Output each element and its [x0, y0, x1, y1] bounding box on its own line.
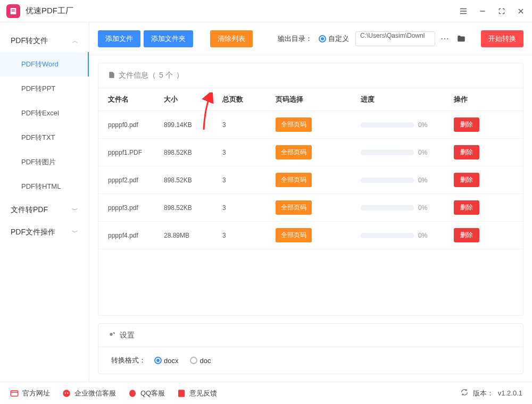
page-select-button[interactable]: 全部页码	[276, 173, 312, 187]
col-pages: 总页数	[222, 95, 276, 104]
qq-icon	[128, 389, 137, 398]
sidebar-item-pdf-to-excel[interactable]: PDF转Excel	[0, 101, 89, 125]
footer-label: 企业微信客服	[74, 389, 116, 398]
progress-bar	[361, 205, 414, 211]
delete-button[interactable]: 删除	[454, 145, 479, 159]
sidebar-item-label: PDF转HTML	[21, 182, 61, 190]
table-caption: 文件信息（5 个）	[98, 63, 523, 88]
caption-count: 5 个	[159, 71, 173, 80]
version-label: 版本：	[473, 389, 494, 398]
clear-list-button[interactable]: 清除列表	[210, 30, 253, 47]
footer-label: QQ客服	[140, 389, 165, 398]
add-folder-button[interactable]: 添加文件夹	[144, 30, 193, 47]
maximize-icon[interactable]	[497, 6, 506, 16]
page-select-button[interactable]: 全部页码	[276, 228, 312, 242]
table-row: ppppf4.pdf28.89MB3全部页码0%删除	[98, 222, 523, 249]
caption-text: ）	[176, 71, 184, 80]
menu-icon[interactable]	[459, 6, 468, 16]
delete-button[interactable]: 删除	[454, 200, 479, 215]
minimize-icon[interactable]	[478, 6, 487, 16]
file-icon	[108, 71, 115, 80]
progress-text: 0%	[418, 204, 427, 212]
delete-button[interactable]: 删除	[454, 117, 479, 132]
delete-button[interactable]: 删除	[454, 228, 479, 242]
app-logo	[6, 4, 20, 18]
progress-bar	[361, 178, 414, 183]
col-size: 大小	[164, 95, 222, 104]
col-action: 操作	[454, 95, 491, 104]
cell-pages: 3	[222, 121, 276, 129]
table-row: ppppf2.pdf898.52KB3全部页码0%删除	[98, 166, 523, 194]
radio-doc[interactable]: doc	[190, 357, 211, 365]
sidebar-item-pdf-to-ppt[interactable]: PDF转PPT	[0, 77, 89, 101]
version-value: v1.2.0.1	[498, 389, 522, 397]
add-file-button[interactable]: 添加文件	[98, 30, 140, 47]
sidebar-group-file-to-pdf[interactable]: 文件转PDF ﹀	[0, 199, 89, 221]
more-icon[interactable]: ⋯	[438, 33, 451, 44]
settings-panel: 设置 转换格式： docx doc	[98, 323, 523, 374]
progress-text: 0%	[418, 232, 427, 239]
sidebar-item-pdf-to-image[interactable]: PDF转图片	[0, 150, 89, 174]
sidebar-item-label: PDF转Excel	[21, 109, 59, 117]
sidebar-item-pdf-to-word[interactable]: PDF转Word	[0, 52, 89, 77]
chevron-down-icon: ﹀	[72, 228, 78, 237]
svg-rect-2	[12, 11, 15, 11]
caption-text: 文件信息（	[119, 71, 156, 80]
cell-filename: ppppf4.pdf	[108, 232, 164, 239]
progress-bar	[361, 122, 414, 128]
cell-pages: 3	[222, 232, 276, 239]
website-icon	[10, 389, 19, 398]
page-select-button[interactable]: 全部页码	[276, 117, 312, 132]
cell-pages: 3	[222, 176, 276, 184]
table-row: ppppf0.pdf899.14KB3全部页码0%删除	[98, 111, 523, 139]
footer-official-site[interactable]: 官方网址	[10, 389, 50, 398]
refresh-icon[interactable]	[460, 388, 469, 398]
radio-label: doc	[200, 357, 211, 365]
radio-label: 自定义	[328, 34, 349, 44]
close-icon[interactable]	[516, 6, 526, 16]
sidebar-item-label: PDF转图片	[21, 158, 56, 166]
cell-pages: 3	[222, 204, 276, 212]
wechat-icon	[62, 389, 71, 398]
sidebar-item-pdf-to-txt[interactable]: PDF转TXT	[0, 125, 89, 150]
sidebar-group-pdf-ops[interactable]: PDF文件操作 ﹀	[0, 221, 89, 243]
radio-custom-dir[interactable]: 自定义	[319, 34, 349, 44]
col-page-select: 页码选择	[276, 95, 361, 104]
progress-text: 0%	[418, 121, 427, 129]
cell-size: 898.52KB	[164, 176, 222, 184]
sidebar-item-pdf-to-html[interactable]: PDF转HTML	[0, 174, 89, 199]
output-path-input[interactable]: C:\Users\Qasim\Downl	[355, 31, 435, 46]
cell-filename: ppppf2.pdf	[108, 176, 164, 184]
output-dir-label: 输出目录：	[278, 34, 312, 44]
svg-point-11	[63, 390, 70, 397]
sidebar-group-pdf-to-file[interactable]: PDF转文件 ︿	[0, 30, 89, 52]
sidebar-item-label: PDF转TXT	[21, 133, 55, 141]
footer-feedback[interactable]: 意见反馈	[177, 389, 217, 398]
progress-text: 0%	[418, 176, 427, 184]
cell-filename: ppppf3.pdf	[108, 204, 164, 212]
footer-wechat-support[interactable]: 企业微信客服	[62, 389, 116, 398]
radio-docx[interactable]: docx	[154, 357, 178, 365]
start-convert-button[interactable]: 开始转换	[481, 30, 523, 47]
sidebar: PDF转文件 ︿ PDF转Word PDF转PPT PDF转Excel PDF转…	[0, 22, 89, 382]
progress-bar	[361, 233, 414, 238]
footer-label: 官方网址	[22, 389, 50, 398]
footer-qq-support[interactable]: QQ客服	[128, 389, 165, 398]
cell-pages: 3	[222, 149, 276, 156]
sidebar-group-label: PDF转文件	[11, 36, 48, 46]
format-label: 转换格式：	[111, 356, 146, 365]
svg-point-14	[129, 390, 136, 397]
page-select-button[interactable]: 全部页码	[276, 200, 312, 215]
titlebar: 优速PDF工厂	[0, 0, 532, 22]
delete-button[interactable]: 删除	[454, 173, 479, 187]
table-header: 文件名 大小 总页数 页码选择 进度 操作	[98, 88, 523, 111]
folder-icon[interactable]	[454, 34, 468, 44]
gear-icon	[107, 330, 115, 340]
col-filename: 文件名	[108, 95, 164, 104]
progress-bar	[361, 150, 414, 155]
svg-rect-1	[12, 9, 15, 10]
page-select-button[interactable]: 全部页码	[276, 145, 312, 159]
settings-title: 设置	[120, 331, 135, 340]
col-progress: 进度	[361, 95, 454, 104]
footer: 官方网址 企业微信客服 QQ客服 意见反馈 版本： v1.2.0.1	[0, 382, 532, 404]
